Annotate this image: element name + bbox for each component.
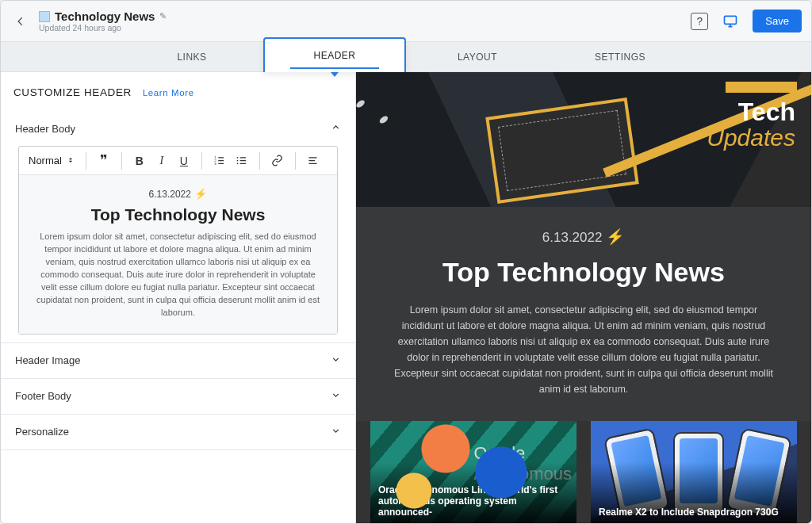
editor-date: 6.13.2022 bbox=[149, 189, 191, 200]
editor-ordered-list-button[interactable]: 123 bbox=[210, 151, 229, 170]
section-header-image[interactable]: Header Image bbox=[13, 343, 343, 378]
page-title: Technology News bbox=[55, 10, 155, 23]
editor-format-select[interactable]: Normal bbox=[25, 153, 78, 168]
editor-title: Top Technology News bbox=[33, 205, 323, 224]
editor-unordered-list-button[interactable] bbox=[232, 151, 251, 170]
editor-format-value: Normal bbox=[29, 155, 62, 166]
help-icon[interactable]: ? bbox=[691, 13, 708, 30]
card-ghost-sub: Autonomous bbox=[473, 464, 572, 484]
editor-blockquote-button[interactable]: ❞ bbox=[94, 151, 113, 170]
preview-date: 6.13.2022 bbox=[542, 230, 603, 245]
section-personalize[interactable]: Personalize bbox=[13, 415, 343, 449]
editor-content-area[interactable]: 6.13.2022 ⚡ Top Technology News Lorem ip… bbox=[19, 175, 337, 334]
preview-title: Top Technology News bbox=[388, 257, 779, 288]
svg-point-16 bbox=[237, 163, 239, 164]
preview-desktop-icon[interactable] bbox=[719, 10, 741, 33]
tab-header-label: HEADER bbox=[313, 50, 355, 61]
card-caption: Oracle Autonomous Linux: World's first a… bbox=[378, 484, 569, 518]
tab-links[interactable]: LINKS bbox=[121, 42, 263, 71]
svg-rect-0 bbox=[725, 16, 737, 24]
edit-title-icon[interactable]: ✎ bbox=[159, 11, 167, 21]
editor-align-button[interactable] bbox=[304, 151, 323, 170]
section-header-image-label: Header Image bbox=[15, 354, 80, 366]
page-updated-text: Updated 24 hours ago bbox=[39, 23, 167, 33]
section-header-body[interactable]: Header Body bbox=[13, 111, 343, 146]
customize-header-heading: CUSTOMIZE HEADER bbox=[13, 86, 132, 98]
learn-more-link[interactable]: Learn More bbox=[143, 88, 194, 98]
card-ghost-title: Oracle bbox=[473, 443, 572, 464]
editor-italic-button[interactable]: I bbox=[152, 151, 171, 170]
tab-layout[interactable]: LAYOUT bbox=[406, 42, 549, 71]
tab-header[interactable]: HEADER bbox=[263, 37, 406, 72]
svg-point-15 bbox=[237, 160, 239, 162]
editor-link-button[interactable] bbox=[268, 151, 287, 170]
svg-text:3: 3 bbox=[215, 162, 217, 166]
article-card[interactable]: Oracle Autonomous Oracle Autonomous Linu… bbox=[370, 421, 576, 524]
editor-paragraph: Lorem ipsum dolor sit amet, consectetur … bbox=[33, 231, 323, 319]
section-personalize-label: Personalize bbox=[15, 426, 69, 438]
chevron-down-icon bbox=[331, 354, 341, 367]
bolt-icon: ⚡ bbox=[606, 228, 625, 245]
section-footer-body[interactable]: Footer Body bbox=[13, 379, 343, 414]
back-button[interactable] bbox=[10, 11, 31, 32]
chevron-up-icon bbox=[331, 122, 341, 135]
preview-paragraph: Lorem ipsum dolor sit amet, consectetur … bbox=[388, 302, 779, 397]
brand-title-1: Tech bbox=[738, 98, 795, 127]
svg-marker-3 bbox=[69, 157, 72, 159]
section-footer-body-label: Footer Body bbox=[15, 390, 71, 402]
caret-updown-icon bbox=[67, 155, 75, 166]
tab-settings[interactable]: SETTINGS bbox=[549, 42, 691, 71]
rich-text-editor: Normal ❞ B I U 123 bbox=[18, 146, 338, 335]
brand-title-2: Updates bbox=[707, 124, 795, 151]
editor-bold-button[interactable]: B bbox=[130, 151, 149, 170]
editor-underline-button[interactable]: U bbox=[174, 151, 193, 170]
section-header-body-label: Header Body bbox=[15, 123, 75, 135]
save-button[interactable]: Save bbox=[753, 10, 802, 33]
bolt-icon: ⚡ bbox=[194, 188, 207, 200]
svg-point-14 bbox=[237, 157, 239, 159]
preview-pane: Tech Updates 6.13.2022 ⚡ Top Technology … bbox=[356, 72, 811, 524]
article-card[interactable]: Realme X2 to Include Snapdragon 730G bbox=[591, 421, 797, 524]
chevron-down-icon bbox=[331, 426, 341, 438]
chevron-down-icon bbox=[331, 390, 341, 403]
card-caption: Realme X2 to Include Snapdragon 730G bbox=[599, 507, 789, 518]
newspaper-icon bbox=[39, 11, 50, 22]
svg-marker-4 bbox=[69, 160, 72, 163]
